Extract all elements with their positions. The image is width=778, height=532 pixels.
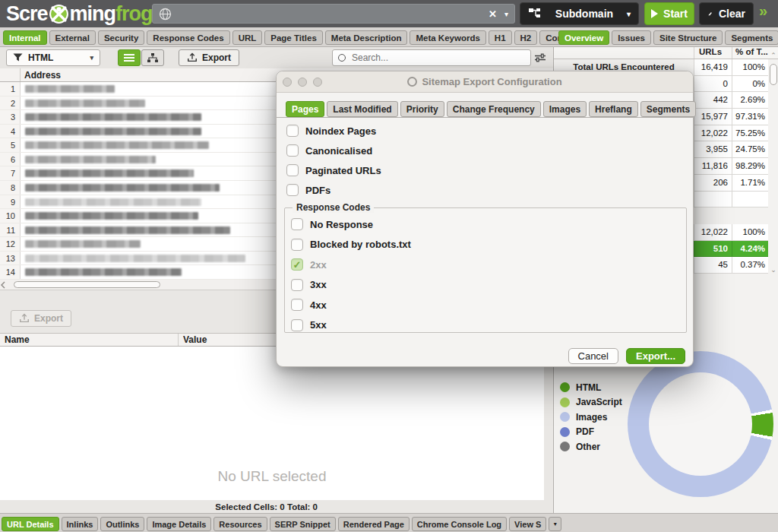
overview-pct-cell[interactable]: 1.71% <box>732 175 768 192</box>
address-column-header[interactable]: Address <box>21 68 61 81</box>
overview-pct-cell[interactable]: 97.31% <box>732 109 768 125</box>
checkbox-no-response[interactable] <box>291 218 303 230</box>
overview-urls-cell[interactable]: 11,816 <box>694 158 732 175</box>
overview-pct-cell[interactable]: 24.75% <box>732 141 768 158</box>
bottom-tab-serp-snippet[interactable]: SERP Snippet <box>270 517 336 531</box>
overview-urls-cell[interactable]: 0 <box>694 76 732 93</box>
tab-site-structure[interactable]: Site Structure <box>653 30 723 45</box>
tab-internal[interactable]: Internal <box>3 30 47 45</box>
url-input[interactable] <box>172 8 484 21</box>
export-button[interactable]: Export <box>179 49 239 66</box>
play-icon <box>651 9 658 18</box>
url-history-caret-icon[interactable]: ▾ <box>504 10 508 18</box>
urls-column-header[interactable]: URLs <box>694 47 732 59</box>
dialog-tab-images[interactable]: Images <box>543 101 587 117</box>
checkbox-pdfs[interactable] <box>286 184 299 196</box>
dialog-tab-change-frequency[interactable]: Change Frequency <box>447 101 541 117</box>
overview-pct-cell[interactable] <box>732 192 768 208</box>
tab-overview[interactable]: Overview <box>558 30 609 45</box>
name-column-header[interactable]: Name <box>0 334 179 346</box>
dialog-tab-last-modified[interactable]: Last Modified <box>327 101 397 117</box>
overview-urls-cell[interactable]: 442 <box>694 92 732 109</box>
window-close-button[interactable] <box>283 78 292 87</box>
checkbox-paginated-urls[interactable] <box>286 164 299 176</box>
overview-urls-cell[interactable]: 206 <box>694 175 732 192</box>
filter-dropdown[interactable]: HTML ▾ <box>6 49 100 66</box>
bottom-tab-url-details[interactable]: URL Details <box>2 517 59 531</box>
tab-segments[interactable]: Segments <box>725 30 778 45</box>
tab-issues[interactable]: Issues <box>612 30 651 45</box>
bottom-tab-inlinks[interactable]: Inlinks <box>62 517 99 531</box>
tab-h2[interactable]: H2 <box>514 30 538 45</box>
bottom-tab-chrome-console-log[interactable]: Chrome Console Log <box>412 517 507 531</box>
overview-pct-cell[interactable]: 4.24% <box>732 241 768 258</box>
tab-meta-keywords[interactable]: Meta Keywords <box>410 30 485 45</box>
overview-pct-cell[interactable]: 100% <box>732 59 768 76</box>
overview-pct-cell[interactable]: 75.25% <box>732 125 768 142</box>
overview-urls-cell[interactable]: 510 <box>694 241 732 258</box>
details-export-button[interactable]: Export <box>11 310 71 327</box>
checkbox-3xx[interactable] <box>291 279 303 291</box>
hscroll-thumb[interactable] <box>14 281 160 288</box>
dialog-tab-priority[interactable]: Priority <box>400 101 444 117</box>
tab-page-titles[interactable]: Page Titles <box>264 30 323 45</box>
search-settings-icon[interactable] <box>534 52 546 63</box>
dialog-tab-segments[interactable]: Segments <box>640 101 696 117</box>
vscroll-thumb[interactable] <box>770 64 777 85</box>
checkbox-noindex-pages[interactable] <box>286 125 299 137</box>
window-zoom-button[interactable] <box>313 78 322 87</box>
bottom-tab-outlinks[interactable]: Outlinks <box>100 517 144 531</box>
dialog-export-button[interactable]: Export... <box>626 348 685 364</box>
tab-response-codes[interactable]: Response Codes <box>147 30 229 45</box>
overview-pct-cell[interactable]: 2.69% <box>732 92 768 109</box>
overview-pct-cell[interactable]: 100% <box>732 224 768 241</box>
crawl-scope-dropdown[interactable]: Subdomain ▾ <box>520 2 639 25</box>
dialog-tab-pages[interactable]: Pages <box>286 101 324 117</box>
checkbox-5xx[interactable] <box>291 319 303 331</box>
clear-url-icon[interactable]: ✕ <box>489 8 497 20</box>
checkbox-2xx[interactable]: ✓ <box>291 258 303 271</box>
bottom-tab-view-s[interactable]: View S <box>509 517 546 531</box>
search-input[interactable] <box>350 52 525 64</box>
checkbox-blocked-by-robots-txt[interactable] <box>291 239 303 251</box>
bottom-tab-resources[interactable]: Resources <box>213 517 267 531</box>
pct-column-header[interactable]: % of T... <box>732 47 768 59</box>
overview-urls-cell[interactable]: 12,022 <box>694 224 732 241</box>
search-box[interactable] <box>332 49 531 66</box>
bottom-tab-overflow-caret-icon[interactable]: ▾ <box>549 517 561 531</box>
window-minimize-button[interactable] <box>298 78 307 87</box>
bottom-tab-image-details[interactable]: Image Details <box>147 517 211 531</box>
tab-h1[interactable]: H1 <box>489 30 512 45</box>
overview-urls-cell[interactable]: 45 <box>694 257 732 274</box>
toolbar-overflow-icon[interactable]: » <box>759 2 767 20</box>
overview-urls-cell[interactable]: 15,977 <box>694 109 732 125</box>
overview-urls-cell[interactable] <box>694 192 732 208</box>
overview-urls-cell[interactable]: 3,955 <box>694 141 732 158</box>
overview-urls-cell[interactable]: 16,419 <box>694 59 732 76</box>
checkbox-4xx[interactable] <box>291 299 303 311</box>
url-input-field[interactable]: ✕ ▾ <box>152 4 515 24</box>
overview-pct-cell[interactable]: 0% <box>732 76 768 93</box>
dialog-tab-hreflang[interactable]: Hreflang <box>589 101 638 117</box>
tab-external[interactable]: External <box>49 30 96 45</box>
overview-urls-cell[interactable] <box>694 207 732 224</box>
tree-view-button[interactable] <box>141 49 164 66</box>
value-column-header[interactable]: Value <box>179 334 207 346</box>
start-button[interactable]: Start <box>644 2 694 25</box>
tab-meta-description[interactable]: Meta Description <box>325 30 408 45</box>
overview-pct-cell[interactable]: 0.37% <box>732 257 768 274</box>
bottom-tab-rendered-page[interactable]: Rendered Page <box>338 517 410 531</box>
scroll-down-icon[interactable]: ⌄ <box>770 266 777 274</box>
scroll-left-icon[interactable] <box>0 281 6 289</box>
overview-urls-cell[interactable]: 12,022 <box>694 125 732 142</box>
list-view-button[interactable] <box>118 49 141 66</box>
overview-pct-cell[interactable] <box>732 207 768 224</box>
dialog-title-bar[interactable]: Sitemap Export Configuration <box>277 71 693 93</box>
scroll-up-icon[interactable]: ⌃ <box>770 52 777 59</box>
overview-pct-cell[interactable]: 98.29% <box>732 158 768 175</box>
tab-url[interactable]: URL <box>232 30 263 45</box>
cancel-button[interactable]: Cancel <box>568 348 618 364</box>
clear-button[interactable]: Clear <box>699 2 754 25</box>
checkbox-canonicalised[interactable] <box>286 144 299 157</box>
tab-security[interactable]: Security <box>98 30 144 45</box>
